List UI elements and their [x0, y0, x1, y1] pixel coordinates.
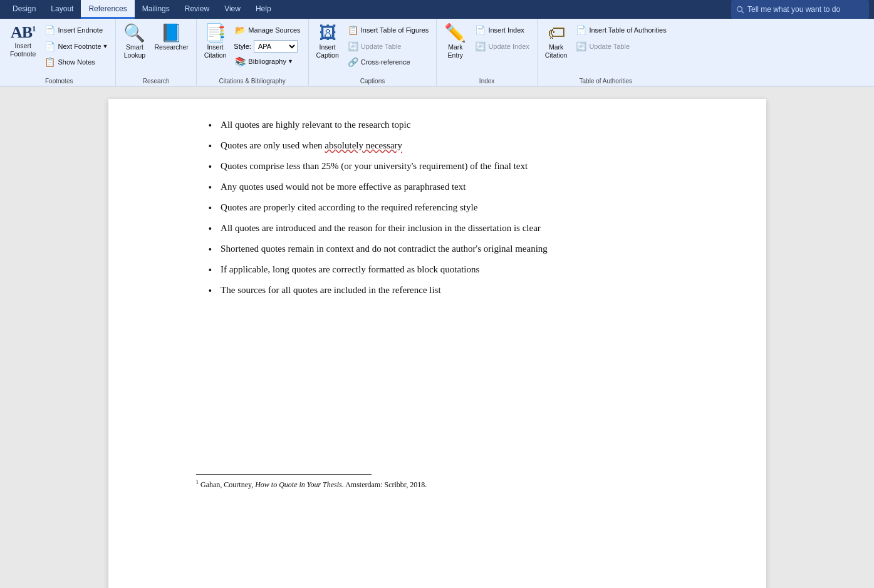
next-footnote-dropdown-arrow: ▼: [103, 43, 108, 51]
tab-layout[interactable]: Layout: [43, 0, 81, 19]
footnotes-group-label: Footnotes: [6, 78, 112, 86]
ribbon-group-research: 🔍 SmartLookup 📘 Researcher Research: [116, 19, 196, 86]
insert-table-authorities-label: Insert Table of Authorities: [589, 26, 666, 35]
footnote-author: Gahan, Courtney,: [200, 480, 255, 489]
bibliography-button[interactable]: 📚 Bibliography ▼: [231, 54, 304, 70]
footnotes-small-buttons: 📄 Insert Endnote 📄 Next Footnote ▼ 📋 Sho…: [41, 21, 112, 71]
update-table-label: Update Table: [361, 42, 402, 51]
tab-review[interactable]: Review: [177, 0, 217, 19]
search-icon: [736, 6, 744, 14]
bullet-text-9: The sources for all quotes are included …: [221, 283, 441, 297]
update-table-auth-label: Update Table: [589, 42, 630, 51]
update-table-auth-button[interactable]: 🔄 Update Table: [572, 39, 670, 55]
cross-reference-button[interactable]: 🔗 Cross-reference: [344, 54, 433, 71]
insert-endnote-button[interactable]: 📄 Insert Endnote: [41, 23, 112, 39]
ribbon-group-index: ✏️ MarkEntry 📄 Insert Index 🔄 Update Ind…: [437, 19, 537, 86]
researcher-label: Researcher: [154, 43, 188, 51]
bullet-text-8: If applicable, long quotes are correctly…: [221, 262, 479, 277]
researcher-icon: 📘: [160, 24, 182, 42]
footnote-title: How to Quote in Your Thesis: [255, 480, 342, 489]
manage-sources-button[interactable]: 📂 Manage Sources: [231, 23, 304, 39]
insert-footnote-label: InsertFootnote: [10, 42, 36, 58]
show-notes-button[interactable]: 📋 Show Notes: [41, 54, 112, 71]
insert-table-of-figures-icon: 📋: [348, 24, 358, 37]
ribbon-group-footnotes: AB1 InsertFootnote 📄 Insert Endnote 📄 Ne…: [3, 19, 116, 86]
bullet-list: All quotes are highly relevant to the re…: [196, 118, 710, 299]
insert-citation-button[interactable]: 📑 InsertCitation: [200, 21, 231, 61]
tab-references[interactable]: References: [81, 0, 134, 19]
smart-lookup-label: SmartLookup: [124, 43, 145, 59]
style-select[interactable]: APA MLA Chicago Harvard: [254, 40, 298, 53]
tab-mailings[interactable]: Mailings: [135, 0, 177, 19]
next-footnote-button[interactable]: 📄 Next Footnote ▼: [41, 39, 112, 55]
document-area: All quotes are highly relevant to the re…: [0, 86, 874, 588]
smart-lookup-button[interactable]: 🔍 SmartLookup: [120, 21, 149, 61]
list-item: Quotes are properly cited according to t…: [196, 200, 710, 216]
insert-endnote-label: Insert Endnote: [58, 26, 103, 35]
insert-index-button[interactable]: 📄 Insert Index: [471, 23, 533, 39]
insert-citation-label: InsertCitation: [204, 43, 227, 59]
search-box[interactable]: Tell me what you want to do: [731, 0, 869, 19]
bibliography-dropdown-arrow: ▼: [288, 58, 293, 66]
insert-index-icon: 📄: [475, 24, 486, 37]
ribbon-group-citations: 📑 InsertCitation 📂 Manage Sources Style:…: [197, 19, 309, 86]
bullet-text-1: All quotes are highly relevant to the re…: [221, 118, 410, 132]
tab-design[interactable]: Design: [5, 0, 43, 19]
list-item: If applicable, long quotes are correctly…: [196, 262, 710, 278]
footnote-rest: . Amsterdam: Scribbr, 2018.: [342, 480, 427, 489]
insert-table-authorities-button[interactable]: 📄 Insert Table of Authorities: [572, 23, 670, 39]
authorities-small-col: 📄 Insert Table of Authorities 🔄 Update T…: [572, 21, 670, 54]
next-footnote-icon: 📄: [44, 41, 55, 53]
list-item: The sources for all quotes are included …: [196, 283, 710, 299]
svg-point-0: [737, 6, 742, 11]
menu-bar: Design Layout References Mailings Review…: [0, 0, 874, 19]
show-notes-icon: 📋: [44, 56, 55, 69]
tab-view[interactable]: View: [217, 0, 248, 19]
ribbon: AB1 InsertFootnote 📄 Insert Endnote 📄 Ne…: [0, 19, 874, 86]
insert-table-of-figures-button[interactable]: 📋 Insert Table of Figures: [344, 23, 433, 39]
list-item: Shortened quotes remain in context and d…: [196, 242, 710, 257]
research-items: 🔍 SmartLookup 📘 Researcher: [120, 21, 192, 78]
show-notes-label: Show Notes: [58, 58, 95, 67]
search-placeholder: Tell me what you want to do: [747, 5, 840, 14]
mark-entry-button[interactable]: ✏️ MarkEntry: [440, 21, 470, 61]
insert-table-authorities-icon: 📄: [576, 24, 586, 37]
next-footnote-label: Next Footnote: [58, 42, 101, 51]
insert-footnote-button[interactable]: AB1 InsertFootnote: [6, 21, 39, 60]
researcher-button[interactable]: 📘 Researcher: [150, 21, 192, 53]
bullet-text-7: Shortened quotes remain in context and d…: [221, 242, 548, 256]
ribbon-group-authorities: 🏷 MarkCitation 📄 Insert Table of Authori…: [538, 19, 674, 86]
cross-reference-icon: 🔗: [348, 56, 358, 69]
tab-help[interactable]: Help: [248, 0, 279, 19]
bullet-text-6: All quotes are introduced and the reason…: [221, 221, 541, 235]
insert-caption-button[interactable]: 🖼 InsertCaption: [313, 21, 343, 61]
bullet-text-5: Quotes are properly cited according to t…: [221, 200, 477, 215]
citations-group-label: Citations & Bibliography: [200, 78, 304, 86]
svg-line-1: [742, 11, 744, 13]
insert-endnote-icon: 📄: [44, 24, 55, 37]
style-row: Style: APA MLA Chicago Harvard: [231, 39, 304, 54]
captions-small-col: 📋 Insert Table of Figures 🔄 Update Table…: [344, 21, 433, 71]
index-group-label: Index: [440, 78, 533, 86]
insert-table-of-figures-label: Insert Table of Figures: [361, 26, 429, 35]
index-items: ✏️ MarkEntry 📄 Insert Index 🔄 Update Ind…: [440, 21, 533, 78]
mark-citation-icon: 🏷: [548, 24, 565, 42]
captions-group-label: Captions: [313, 78, 433, 86]
mark-entry-label: MarkEntry: [448, 43, 464, 59]
manage-sources-icon: 📂: [235, 24, 246, 37]
ribbon-group-captions: 🖼 InsertCaption 📋 Insert Table of Figure…: [309, 19, 437, 86]
insert-footnote-icon: AB1: [11, 24, 36, 41]
mark-citation-label: MarkCitation: [545, 43, 568, 59]
update-table-button[interactable]: 🔄 Update Table: [344, 39, 433, 55]
list-item: All quotes are introduced and the reason…: [196, 221, 710, 237]
citations-items: 📑 InsertCitation 📂 Manage Sources Style:…: [200, 21, 304, 78]
insert-caption-label: InsertCaption: [316, 43, 339, 59]
insert-citation-icon: 📑: [204, 24, 226, 42]
manage-sources-label: Manage Sources: [248, 26, 300, 35]
mark-citation-button[interactable]: 🏷 MarkCitation: [541, 21, 571, 61]
list-item: Quotes are only used when absolutely nec…: [196, 138, 710, 154]
list-item: Quotes comprise less than 25% (or your u…: [196, 159, 710, 175]
document-page: All quotes are highly relevant to the re…: [108, 99, 766, 588]
authorities-items: 🏷 MarkCitation 📄 Insert Table of Authori…: [541, 21, 670, 78]
update-index-button[interactable]: 🔄 Update Index: [471, 39, 533, 55]
